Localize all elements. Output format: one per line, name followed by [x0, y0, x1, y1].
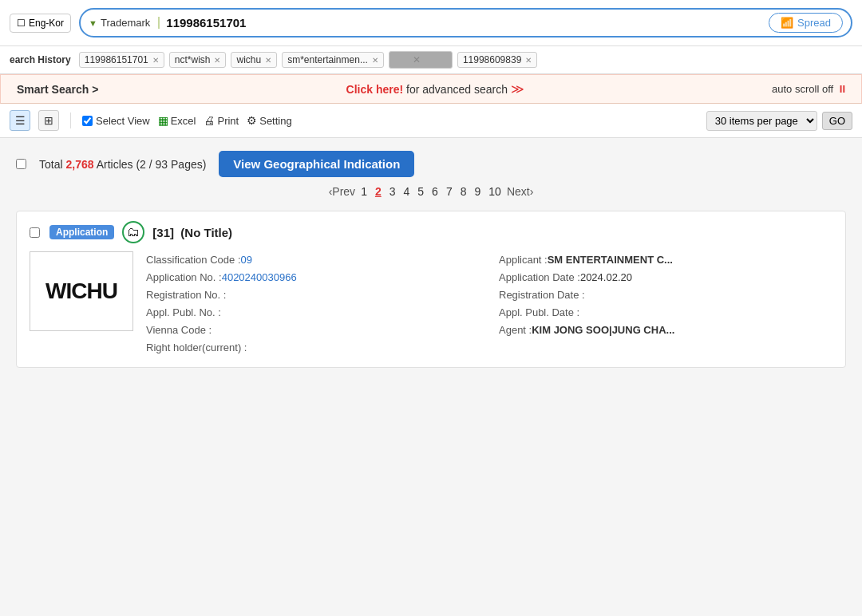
tag-close-icon[interactable]: ✕	[152, 56, 159, 65]
next-button[interactable]: Next›	[507, 185, 533, 198]
page-1[interactable]: 1	[358, 185, 370, 198]
agent-label: Agent :	[499, 322, 532, 339]
agent-row: Agent : KIM JONG SOO|JUNG CHA...	[499, 322, 832, 339]
select-all-check	[16, 159, 26, 169]
history-tag-5-blurred[interactable]: ✕	[389, 51, 453, 69]
spread-icon: 📶	[781, 17, 793, 29]
setting-button[interactable]: ⚙ Setting	[247, 114, 291, 127]
print-button[interactable]: 🖨 Print	[204, 114, 239, 127]
search-input[interactable]	[166, 16, 762, 30]
details-left: Classification Code : 09 Application No.…	[146, 251, 480, 357]
smart-search-label[interactable]: Smart Search >	[17, 83, 98, 96]
tag-close-icon[interactable]: ✕	[265, 56, 271, 65]
registration-date-row: Registration Date :	[499, 286, 832, 304]
trademark-logo: WICHU	[30, 251, 133, 331]
no-title-label: (No Title)	[177, 226, 232, 239]
view-geo-indication-button[interactable]: View Geographical Indication	[219, 151, 414, 177]
spread-button[interactable]: 📶 Spread	[769, 13, 843, 33]
applicant-label: Applicant :	[499, 251, 548, 269]
double-chevron-icon: ≫	[511, 82, 524, 96]
list-view-button[interactable]: ☰	[10, 110, 30, 131]
excel-button[interactable]: ▦ Excel	[158, 114, 196, 127]
result-checkbox[interactable]	[30, 227, 40, 238]
right-holder-row: Right holder(current) :	[146, 339, 480, 357]
history-tag-6[interactable]: 11998609839 ✕	[457, 52, 537, 68]
application-no-value[interactable]: 4020240030966	[222, 269, 297, 286]
classification-code-value[interactable]: 09	[241, 251, 252, 269]
dropdown-arrow-icon: ▼	[89, 18, 97, 28]
application-date-row: Application Date : 2024.02.20	[499, 269, 832, 286]
page-5[interactable]: 5	[415, 185, 426, 198]
print-icon: 🖨	[204, 114, 215, 127]
result-header: Application 🗂 [31] (No Title)	[30, 221, 832, 243]
smart-search-banner: Smart Search > Click here! for advanced …	[0, 74, 862, 104]
click-here-label: Click here!	[346, 83, 404, 96]
go-button[interactable]: GO	[822, 112, 852, 130]
grid-view-button[interactable]: ⊞	[38, 110, 59, 131]
appl-publ-date-label: Appl. Publ. Date :	[499, 304, 579, 322]
print-label: Print	[217, 115, 239, 127]
smart-search-advanced[interactable]: Click here! for advanced search ≫	[346, 81, 524, 97]
result-body: WICHU Classification Code : 09 Applicati…	[30, 251, 832, 357]
page-2-current[interactable]: 2	[373, 185, 384, 198]
history-tag-1[interactable]: 119986151701 ✕	[79, 52, 164, 68]
select-view-checkbox-label[interactable]: Select View	[82, 115, 150, 127]
toolbar: ☰ ⊞ Select View ▦ Excel 🖨 Print ⚙ Settin…	[0, 104, 862, 138]
eng-kor-button[interactable]: ☐ Eng-Kor	[10, 14, 71, 33]
classification-code-row: Classification Code : 09	[146, 251, 480, 269]
select-all-checkbox[interactable]	[16, 159, 26, 169]
vienna-code-label: Vienna Code :	[146, 322, 212, 339]
tag-text: nct*wish	[175, 54, 211, 65]
details-right: Applicant : SM ENTERTAINMENT C... Applic…	[499, 251, 832, 357]
for-advanced-label: for advanced search	[406, 83, 511, 96]
history-tag-2[interactable]: nct*wish ✕	[169, 52, 227, 68]
tag-close-icon[interactable]: ✕	[413, 54, 421, 65]
prev-button[interactable]: ‹Prev	[329, 185, 355, 198]
toolbar-divider	[70, 113, 71, 128]
agent-value: KIM JONG SOO|JUNG CHA...	[532, 322, 674, 339]
tag-text: 119986151701	[85, 54, 148, 65]
checkbox-icon: ☐	[17, 18, 26, 29]
eng-kor-label: Eng-Kor	[29, 18, 64, 29]
right-holder-label: Right holder(current) :	[146, 339, 247, 357]
select-view-checkbox[interactable]	[82, 116, 93, 126]
page-6[interactable]: 6	[429, 185, 441, 198]
spread-label: Spread	[797, 17, 831, 29]
result-item-1: Application 🗂 [31] (No Title) WICHU Clas…	[16, 211, 846, 368]
page-10[interactable]: 10	[486, 185, 504, 198]
application-date-label: Application Date :	[499, 269, 580, 286]
page-8[interactable]: 8	[458, 185, 469, 198]
excel-label: Excel	[171, 115, 196, 127]
classification-code-label: Classification Code :	[146, 251, 241, 269]
trademark-dropdown[interactable]: ▼ Trademark	[89, 17, 160, 29]
history-tag-4[interactable]: sm*entertainmen... ✕	[282, 52, 384, 68]
page-7[interactable]: 7	[444, 185, 455, 198]
tag-close-icon[interactable]: ✕	[372, 56, 378, 65]
main-search-box: ▼ Trademark 📶 Spread	[79, 8, 852, 38]
auto-scroll-text: auto scroll off	[772, 83, 833, 95]
tag-close-icon[interactable]: ✕	[214, 56, 220, 65]
pages-info: (2 / 93 Pages)	[136, 158, 206, 171]
tag-text: sm*entertainmen...	[287, 54, 368, 65]
page-3[interactable]: 3	[387, 185, 398, 198]
pause-icon[interactable]: II	[840, 83, 845, 95]
per-page-select[interactable]: 10 items per page 20 items per page 30 i…	[706, 111, 817, 131]
search-history-label: earch History	[10, 54, 71, 65]
tag-text: wichu	[236, 54, 261, 65]
page-9[interactable]: 9	[473, 185, 484, 198]
appl-publ-no-row: Appl. Publ. No. :	[146, 304, 480, 322]
page-4[interactable]: 4	[401, 185, 413, 198]
registration-date-label: Registration Date :	[499, 286, 585, 304]
class-number: [31]	[152, 226, 174, 239]
application-no-label: Application No. :	[146, 269, 222, 286]
search-history-bar: earch History 119986151701 ✕ nct*wish ✕ …	[0, 46, 862, 74]
appl-publ-no-label: Appl. Publ. No. :	[146, 304, 221, 322]
tag-close-icon[interactable]: ✕	[525, 56, 532, 65]
history-tag-3[interactable]: wichu ✕	[231, 52, 277, 68]
setting-label: Setting	[259, 115, 291, 127]
tag-text: 11998609839	[463, 54, 521, 65]
gear-icon: ⚙	[247, 114, 257, 127]
tag-text-blurred	[394, 54, 410, 65]
search-bar: ☐ Eng-Kor ▼ Trademark 📶 Spread	[0, 0, 862, 46]
total-row: Total 2,768 Articles (2 / 93 Pages) View…	[16, 151, 846, 177]
